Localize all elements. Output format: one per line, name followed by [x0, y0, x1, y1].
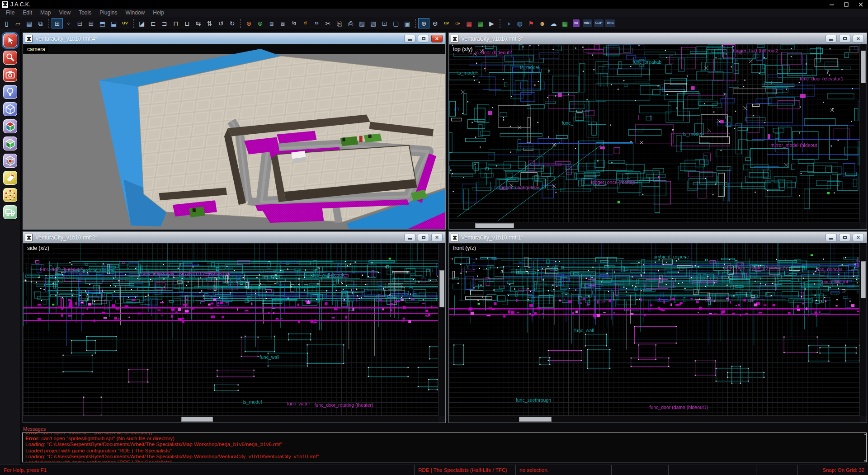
align-left-button[interactable]: ⊏ [147, 18, 159, 28]
uv-tool-button[interactable]: uv [441, 18, 452, 28]
menu-help[interactable]: Help [149, 9, 168, 17]
toggle-grid-dots-button[interactable]: ⁘ [63, 18, 74, 28]
messages-scrollbar[interactable]: ▲ ▼ [863, 433, 868, 463]
leak-pointfile-button[interactable]: ⚑ [525, 18, 537, 28]
viewport-window-camera[interactable]: VenturaCity_v1b10.rmf:4* ✕ [23, 33, 446, 230]
window-minimize-button[interactable] [826, 35, 837, 42]
clip-texture-button[interactable]: CLIP [593, 18, 604, 28]
larger-grid-button[interactable]: ⊞ [85, 18, 97, 28]
scrollbar-thumb[interactable] [475, 223, 514, 228]
window-titlebar[interactable]: VenturaCity_v1b10.rmf:4* ✕ [23, 33, 445, 44]
wireframe-canvas-top[interactable] [449, 44, 860, 222]
menu-edit[interactable]: Edit [19, 9, 36, 17]
clip-tool[interactable] [3, 171, 17, 185]
3d-textured-view-button[interactable]: ◍ [514, 18, 525, 28]
menu-map[interactable]: Map [36, 9, 55, 17]
menu-window[interactable]: Window [122, 9, 149, 17]
viewport-window-side[interactable]: VenturaCity_v1b10.rmf:2* ✕ side (x/z) fu… [23, 231, 446, 423]
align-right-button[interactable]: ⊐ [159, 18, 170, 28]
null-texture-button[interactable]: no [571, 18, 582, 28]
apply-texture-tool[interactable] [3, 136, 17, 150]
smaller-grid-button[interactable]: ⊟ [74, 18, 85, 28]
3d-shaded-view-button[interactable]: ◑ [503, 18, 514, 28]
menu-plugins[interactable]: Plugins [95, 9, 121, 17]
scrollbar-thumb[interactable] [861, 261, 866, 298]
block-tool[interactable] [3, 102, 17, 116]
sky-preview-button[interactable]: ☁ [548, 18, 559, 28]
hint-texture-button[interactable]: HINT [582, 18, 593, 28]
viewport-2d-front[interactable]: front (y/z) ambient_genericfunc_door_rot… [449, 243, 867, 423]
texture-browser-button[interactable]: ▦ [559, 18, 571, 28]
run-map-button[interactable]: ▶ [486, 18, 497, 28]
paste-objects-button[interactable]: ⎙ [345, 18, 356, 28]
align-top-button[interactable]: ⊓ [170, 18, 181, 28]
texture-scale-lock-button[interactable]: ts [311, 18, 322, 28]
menu-file[interactable]: File [2, 9, 19, 17]
scrollbar-thumb[interactable] [181, 417, 213, 422]
entity-tool[interactable] [3, 85, 17, 99]
cordon-bounds-button[interactable]: ▢ [390, 18, 401, 28]
scrollbar-thumb[interactable] [519, 417, 552, 422]
window-close-button[interactable]: ✕ [431, 234, 443, 241]
texture-lock-button[interactable]: tl [300, 18, 311, 28]
open-file-button[interactable]: ▱ [12, 18, 24, 28]
menu-tools[interactable]: Tools [75, 9, 95, 17]
flip-horizontal-button[interactable]: ⇆ [193, 18, 204, 28]
scroll-down-icon[interactable]: ▼ [863, 460, 867, 463]
vertex-tool[interactable] [3, 188, 17, 202]
vertical-scrollbar[interactable] [859, 243, 867, 416]
carve-selection-button[interactable]: ⊛ [243, 18, 255, 28]
app-close-button[interactable] [854, 0, 868, 9]
player-model-preview-button[interactable]: ☻ [537, 18, 548, 28]
apply-current-texture-button[interactable]: ▦ [463, 18, 475, 28]
snap-to-vertices-button[interactable]: ⬓ [108, 18, 119, 28]
app-maximize-button[interactable] [839, 0, 854, 9]
hide-unselected-button[interactable]: ▧ [368, 18, 379, 28]
cut-objects-button[interactable]: ✂ [322, 18, 334, 28]
hide-selected-button[interactable]: ▨ [356, 18, 368, 28]
align-bottom-button[interactable]: ⊔ [181, 18, 193, 28]
horizontal-scrollbar[interactable] [23, 415, 439, 423]
camera-tool[interactable] [3, 68, 17, 82]
toggle-grid-button[interactable]: ⊞ [52, 18, 63, 28]
magnify-tool[interactable] [3, 51, 17, 65]
window-close-button[interactable]: ✕ [853, 234, 864, 241]
apply-texture-paint-button[interactable]: ✑ [452, 18, 463, 28]
window-titlebar[interactable]: VenturaCity_v1b10.rmf:3* ✕ [449, 33, 867, 44]
window-restore-button[interactable] [418, 234, 429, 241]
window-restore-button[interactable] [839, 35, 850, 42]
window-restore-button[interactable] [418, 35, 429, 42]
make-hollow-button[interactable]: ⊚ [255, 18, 266, 28]
show-hidden-button[interactable]: ⊡ [379, 18, 390, 28]
ungroup-objects-button[interactable]: ⧇ [277, 18, 288, 28]
toggle-textures-tool[interactable] [3, 119, 17, 133]
viewport-3d-camera[interactable]: camera [23, 44, 445, 229]
selection-enlarge-button[interactable]: ⊕ [418, 18, 429, 28]
uv-lock-button[interactable]: UV [119, 18, 131, 28]
viewport-2d-top[interactable]: top (x/y) func_door (hideout2ts_modelts_… [449, 44, 867, 229]
window-minimize-button[interactable] [404, 35, 415, 42]
copy-objects-button[interactable]: ⎘ [334, 18, 345, 28]
texture-application-button[interactable]: ▦ [475, 18, 486, 28]
scroll-up-icon[interactable]: ▲ [863, 433, 867, 436]
viewport-2d-side[interactable]: side (x/z) func_door (hideout2)interdoor… [23, 243, 445, 423]
window-close-button[interactable]: ✕ [853, 35, 864, 42]
horizontal-scrollbar[interactable] [449, 415, 860, 423]
flip-vertical-button[interactable]: ⇅ [204, 18, 215, 28]
snap-to-grid-button[interactable]: ⬒ [97, 18, 108, 28]
wireframe-canvas-front[interactable] [449, 243, 860, 416]
group-objects-button[interactable]: ⧈ [266, 18, 277, 28]
select-tool[interactable] [3, 33, 17, 47]
window-minimize-button[interactable] [826, 234, 837, 241]
window-titlebar[interactable]: VenturaCity_v1b10.rmf:2* ✕ [23, 232, 445, 243]
rotate-clockwise-button[interactable]: ↻ [226, 18, 238, 28]
carve-brush-button[interactable]: ◪ [136, 18, 147, 28]
scrollbar-thumb[interactable] [861, 51, 866, 83]
messages-log[interactable]: Error: can't open "models/..." (No such … [22, 433, 867, 462]
selection-shrink-button[interactable]: ⊖ [429, 18, 441, 28]
scrollbar-thumb[interactable] [439, 270, 444, 307]
window-close-button[interactable]: ✕ [431, 35, 443, 42]
save-all-button[interactable]: ⧉ [35, 18, 46, 28]
rotate-counterclockwise-button[interactable]: ↺ [215, 18, 226, 28]
path-tool[interactable] [3, 205, 17, 219]
